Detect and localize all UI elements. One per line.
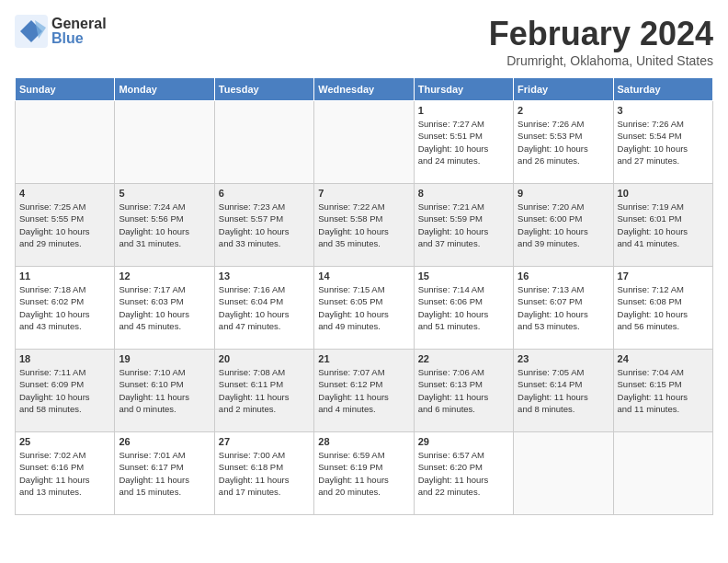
day-info: Sunrise: 7:15 AM Sunset: 6:05 PM Dayligh… — [318, 283, 409, 332]
day-number: 1 — [418, 105, 509, 116]
calendar-cell: 5Sunrise: 7:24 AM Sunset: 5:56 PM Daylig… — [115, 184, 214, 267]
calendar-cell: 9Sunrise: 7:20 AM Sunset: 6:00 PM Daylig… — [514, 184, 613, 267]
day-info: Sunrise: 7:01 AM Sunset: 6:17 PM Dayligh… — [119, 449, 210, 498]
day-number: 29 — [418, 436, 509, 447]
day-info: Sunrise: 7:16 AM Sunset: 6:04 PM Dayligh… — [219, 283, 310, 332]
calendar-cell — [613, 432, 712, 515]
day-number: 9 — [518, 188, 609, 199]
day-number: 28 — [318, 436, 409, 447]
day-number: 11 — [19, 270, 110, 282]
calendar-cell — [314, 101, 414, 184]
day-info: Sunrise: 7:12 AM Sunset: 6:08 PM Dayligh… — [618, 283, 709, 332]
day-number: 23 — [518, 353, 609, 364]
day-info: Sunrise: 7:27 AM Sunset: 5:51 PM Dayligh… — [418, 118, 509, 167]
day-number: 27 — [219, 436, 310, 447]
calendar-cell: 28Sunrise: 6:59 AM Sunset: 6:19 PM Dayli… — [314, 432, 414, 515]
day-info: Sunrise: 7:26 AM Sunset: 5:53 PM Dayligh… — [518, 118, 609, 167]
day-number: 5 — [119, 188, 210, 199]
calendar-week-row: 25Sunrise: 7:02 AM Sunset: 6:16 PM Dayli… — [16, 432, 713, 515]
calendar-cell: 2Sunrise: 7:26 AM Sunset: 5:53 PM Daylig… — [514, 101, 613, 184]
calendar-cell: 1Sunrise: 7:27 AM Sunset: 5:51 PM Daylig… — [414, 101, 513, 184]
calendar-cell — [115, 101, 214, 184]
day-number: 24 — [618, 353, 709, 364]
weekday-header-sunday: Sunday — [16, 78, 115, 101]
weekday-header-wednesday: Wednesday — [314, 78, 414, 101]
day-number: 19 — [119, 353, 210, 364]
location: Drumright, Oklahoma, United States — [489, 53, 713, 68]
logo-blue-text: Blue — [51, 31, 107, 46]
day-number: 14 — [318, 270, 409, 282]
day-info: Sunrise: 7:17 AM Sunset: 6:03 PM Dayligh… — [119, 283, 210, 332]
calendar-table: SundayMondayTuesdayWednesdayThursdayFrid… — [15, 77, 713, 515]
calendar-cell: 23Sunrise: 7:05 AM Sunset: 6:14 PM Dayli… — [514, 350, 613, 432]
day-number: 7 — [318, 188, 409, 199]
logo-icon — [15, 15, 48, 48]
day-info: Sunrise: 6:59 AM Sunset: 6:19 PM Dayligh… — [318, 449, 409, 498]
day-info: Sunrise: 7:20 AM Sunset: 6:00 PM Dayligh… — [518, 201, 609, 249]
day-info: Sunrise: 7:21 AM Sunset: 5:59 PM Dayligh… — [418, 201, 509, 249]
calendar-cell: 17Sunrise: 7:12 AM Sunset: 6:08 PM Dayli… — [613, 267, 712, 350]
day-number: 16 — [518, 270, 609, 282]
weekday-header-friday: Friday — [514, 78, 613, 101]
day-info: Sunrise: 7:04 AM Sunset: 6:15 PM Dayligh… — [618, 366, 709, 415]
weekday-header-tuesday: Tuesday — [214, 78, 313, 101]
calendar-cell: 18Sunrise: 7:11 AM Sunset: 6:09 PM Dayli… — [16, 350, 115, 432]
day-info: Sunrise: 7:14 AM Sunset: 6:06 PM Dayligh… — [418, 283, 509, 332]
day-number: 18 — [19, 353, 110, 364]
calendar-cell: 4Sunrise: 7:25 AM Sunset: 5:55 PM Daylig… — [16, 184, 115, 267]
calendar-cell — [514, 432, 613, 515]
calendar-cell — [214, 101, 313, 184]
day-number: 4 — [19, 188, 110, 199]
day-number: 10 — [618, 188, 709, 199]
weekday-header-thursday: Thursday — [414, 78, 513, 101]
calendar-cell: 12Sunrise: 7:17 AM Sunset: 6:03 PM Dayli… — [115, 267, 214, 350]
day-number: 15 — [418, 270, 509, 282]
logo: General Blue — [15, 15, 107, 48]
day-number: 13 — [219, 270, 310, 282]
weekday-header-row: SundayMondayTuesdayWednesdayThursdayFrid… — [16, 78, 713, 101]
day-number: 21 — [318, 353, 409, 364]
day-info: Sunrise: 7:02 AM Sunset: 6:16 PM Dayligh… — [19, 449, 110, 498]
month-title: February 2024 — [489, 15, 713, 53]
day-number: 2 — [518, 105, 609, 116]
calendar-cell: 26Sunrise: 7:01 AM Sunset: 6:17 PM Dayli… — [115, 432, 214, 515]
calendar-cell: 8Sunrise: 7:21 AM Sunset: 5:59 PM Daylig… — [414, 184, 513, 267]
calendar-cell: 6Sunrise: 7:23 AM Sunset: 5:57 PM Daylig… — [214, 184, 313, 267]
day-number: 12 — [119, 270, 210, 282]
day-info: Sunrise: 7:22 AM Sunset: 5:58 PM Dayligh… — [318, 201, 409, 249]
day-number: 3 — [618, 105, 709, 116]
calendar-cell: 24Sunrise: 7:04 AM Sunset: 6:15 PM Dayli… — [613, 350, 712, 432]
calendar-cell: 27Sunrise: 7:00 AM Sunset: 6:18 PM Dayli… — [214, 432, 313, 515]
calendar-cell: 3Sunrise: 7:26 AM Sunset: 5:54 PM Daylig… — [613, 101, 712, 184]
day-info: Sunrise: 7:05 AM Sunset: 6:14 PM Dayligh… — [518, 366, 609, 415]
day-number: 17 — [618, 270, 709, 282]
calendar-cell: 19Sunrise: 7:10 AM Sunset: 6:10 PM Dayli… — [115, 350, 214, 432]
header: General Blue February 2024 Drumright, Ok… — [15, 15, 713, 68]
logo-general-text: General — [51, 17, 107, 31]
day-number: 6 — [219, 188, 310, 199]
day-number: 8 — [418, 188, 509, 199]
calendar-cell: 13Sunrise: 7:16 AM Sunset: 6:04 PM Dayli… — [214, 267, 313, 350]
day-number: 22 — [418, 353, 509, 364]
day-info: Sunrise: 7:18 AM Sunset: 6:02 PM Dayligh… — [19, 283, 110, 332]
calendar-cell: 14Sunrise: 7:15 AM Sunset: 6:05 PM Dayli… — [314, 267, 414, 350]
calendar-cell: 20Sunrise: 7:08 AM Sunset: 6:11 PM Dayli… — [214, 350, 313, 432]
weekday-header-monday: Monday — [115, 78, 214, 101]
day-info: Sunrise: 7:07 AM Sunset: 6:12 PM Dayligh… — [318, 366, 409, 415]
day-info: Sunrise: 7:10 AM Sunset: 6:10 PM Dayligh… — [119, 366, 210, 415]
calendar-cell: 29Sunrise: 6:57 AM Sunset: 6:20 PM Dayli… — [414, 432, 513, 515]
day-info: Sunrise: 7:24 AM Sunset: 5:56 PM Dayligh… — [119, 201, 210, 249]
day-info: Sunrise: 7:23 AM Sunset: 5:57 PM Dayligh… — [219, 201, 310, 249]
day-info: Sunrise: 7:11 AM Sunset: 6:09 PM Dayligh… — [19, 366, 110, 415]
day-info: Sunrise: 7:00 AM Sunset: 6:18 PM Dayligh… — [219, 449, 310, 498]
calendar-week-row: 1Sunrise: 7:27 AM Sunset: 5:51 PM Daylig… — [16, 101, 713, 184]
day-info: Sunrise: 7:19 AM Sunset: 6:01 PM Dayligh… — [618, 201, 709, 249]
calendar-cell: 10Sunrise: 7:19 AM Sunset: 6:01 PM Dayli… — [613, 184, 712, 267]
calendar-cell: 7Sunrise: 7:22 AM Sunset: 5:58 PM Daylig… — [314, 184, 414, 267]
title-area: February 2024 Drumright, Oklahoma, Unite… — [489, 15, 713, 68]
calendar-cell — [16, 101, 115, 184]
weekday-header-saturday: Saturday — [613, 78, 712, 101]
calendar-cell: 15Sunrise: 7:14 AM Sunset: 6:06 PM Dayli… — [414, 267, 513, 350]
day-info: Sunrise: 7:06 AM Sunset: 6:13 PM Dayligh… — [418, 366, 509, 415]
calendar-week-row: 11Sunrise: 7:18 AM Sunset: 6:02 PM Dayli… — [16, 267, 713, 350]
